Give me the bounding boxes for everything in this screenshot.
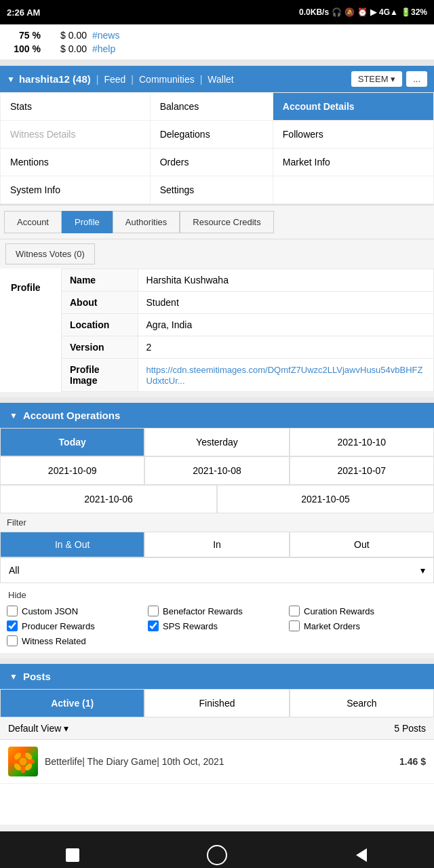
date-today[interactable]: Today [0,428,144,456]
checkbox-curation-rewards[interactable]: Curation Rewards [289,606,427,616]
posts-tab-search[interactable]: Search [290,689,434,717]
signal-icon: 4G▲ [379,7,398,17]
filter-in-out[interactable]: In & Out [0,532,144,557]
posts-title: Posts [23,671,51,682]
date-yesterday[interactable]: Yesterday [144,428,289,456]
nav-back-button[interactable] [344,838,378,868]
view-arrow-icon: ▾ [64,723,68,734]
val-2: $ 0.00 [46,43,87,54]
menu-balances[interactable]: Balances [150,93,273,121]
checkbox-market-orders-input[interactable] [289,620,300,631]
profile-location-value: Agra, India [138,314,433,336]
profile-version-row: Version 2 [62,336,434,359]
post-thumbnail-1 [8,747,38,776]
svg-point-9 [20,758,26,765]
menu-delegations[interactable]: Delegations [150,121,273,149]
circle-icon [206,844,228,866]
steem-button[interactable]: STEEM ▾ [351,71,402,87]
profile-about-value: Student [138,292,433,314]
profile-section-label: Profile [0,269,61,392]
date-2021-10-05[interactable]: 2021-10-05 [217,485,434,513]
nav-communities[interactable]: Communities [139,74,195,85]
checkbox-market-orders[interactable]: Market Orders [289,620,427,631]
date-2021-10-08[interactable]: 2021-10-08 [144,456,289,485]
checkbox-witness-related[interactable]: Witness Related [7,635,145,646]
date-2021-10-06[interactable]: 2021-10-06 [0,485,217,513]
sub-tabs: Account Profile Authorities Resource Cre… [0,205,434,239]
profile-location-row: Location Agra, India [62,314,434,336]
checkbox-benefactor-rewards-input[interactable] [148,606,159,616]
menu-orders[interactable]: Orders [150,149,273,176]
nav-wallet[interactable]: Wallet [208,74,233,85]
menu-row-2: Witness Details Delegations Followers [1,121,434,149]
date-grid: Today Yesterday 2021-10-10 2021-10-09 20… [0,428,434,513]
posts-tab-finished[interactable]: Finished [144,689,289,717]
profile-image-link[interactable]: https://cdn.steemitimages.com/DQmfZ7Uwzc… [146,365,423,386]
snippet-row-2: 100 % $ 0.00 #help [7,42,427,56]
profile-about-key: About [62,292,138,314]
menu-market-info[interactable]: Market Info [273,149,433,176]
menu-followers[interactable]: Followers [273,121,433,149]
user-caret-icon[interactable]: ▼ [7,75,15,84]
filter-dropdown[interactable]: All ▾ [0,557,434,583]
tab-authorities[interactable]: Authorities [113,211,180,233]
filter-out[interactable]: Out [290,532,434,557]
menu-settings[interactable]: Settings [150,176,273,204]
tab-profile[interactable]: Profile [62,211,113,233]
network-speed: 0.0KB/s [299,7,329,17]
menu-stats[interactable]: Stats [1,93,151,121]
menu-account-details[interactable]: Account Details [273,93,433,121]
flower-thumbnail-icon [12,750,35,773]
checkbox-producer-rewards-label: Producer Rewards [22,621,95,631]
svg-point-11 [208,846,226,865]
user-nav-bar: ▼ harshita12 (48) | Feed | Communities |… [0,66,434,92]
snippet-row-1: 75 % $ 0.00 #news [7,28,427,42]
account-ops-caret: ▼ [9,411,18,420]
checkbox-curation-rewards-input[interactable] [289,606,300,616]
default-view-dropdown[interactable]: Default View ▾ [8,723,68,734]
status-bar: 2:26 AM 0.0KB/s 🎧 🔕 ⏰ ▶ 4G▲ 🔋32% [0,0,434,24]
nav-square-button[interactable] [56,838,90,868]
nav-feed[interactable]: Feed [104,74,125,85]
date-2021-10-07[interactable]: 2021-10-07 [290,456,434,485]
checkbox-benefactor-rewards[interactable]: Benefactor Rewards [148,606,286,616]
nav-home-button[interactable] [200,838,234,868]
date-2021-10-09[interactable]: 2021-10-09 [0,456,144,485]
witness-votes-tab[interactable]: Witness Votes (0) [5,243,95,264]
checkbox-custom-json-input[interactable] [7,606,18,616]
profile-image-key: Profile Image [62,359,138,392]
tab-resource-credits[interactable]: Resource Credits [180,211,273,233]
svg-rect-10 [66,848,79,862]
checkbox-producer-rewards[interactable]: Producer Rewards [7,620,145,631]
profile-name-row: Name Harshita Kushwaha [62,269,434,292]
filter-in[interactable]: In [144,532,289,557]
checkbox-witness-related-input[interactable] [7,635,18,646]
checkbox-sps-rewards-input[interactable] [148,620,159,631]
checkbox-benefactor-rewards-label: Benefactor Rewards [163,606,243,616]
account-ops-header: ▼ Account Operations [0,403,434,428]
checkbox-custom-json-label: Custom JSON [22,606,78,616]
checkbox-sps-rewards[interactable]: SPS Rewards [148,620,286,631]
date-2021-10-10[interactable]: 2021-10-10 [290,428,434,456]
menu-empty [273,176,433,204]
posts-tab-active[interactable]: Active (1) [0,689,144,717]
tab-account[interactable]: Account [4,211,62,233]
checkbox-witness-related-label: Witness Related [22,636,86,646]
checkbox-market-orders-label: Market Orders [304,621,360,631]
post-title-1: Betterlife| The Diary Game| 10th Oct, 20… [45,756,393,767]
more-button[interactable]: ... [406,71,427,87]
alarm-icon: ⏰ [357,7,368,17]
username-label[interactable]: harshita12 (48) [19,73,91,85]
menu-table: Stats Balances Account Details Witness D… [0,92,434,204]
profile-name-value: Harshita Kushwaha [138,269,433,292]
menu-system-info[interactable]: System Info [1,176,151,204]
tag-2: #help [92,43,115,54]
menu-mentions[interactable]: Mentions [1,149,151,176]
default-view-label: Default View [8,723,61,734]
filter-tabs: In & Out In Out [0,532,434,557]
checkbox-producer-rewards-input[interactable] [7,620,18,631]
profile-about-row: About Student [62,292,434,314]
profile-image-value[interactable]: https://cdn.steemitimages.com/DQmfZ7Uwzc… [138,359,433,392]
post-item-1[interactable]: Betterlife| The Diary Game| 10th Oct, 20… [0,740,434,784]
checkbox-custom-json[interactable]: Custom JSON [7,606,145,616]
